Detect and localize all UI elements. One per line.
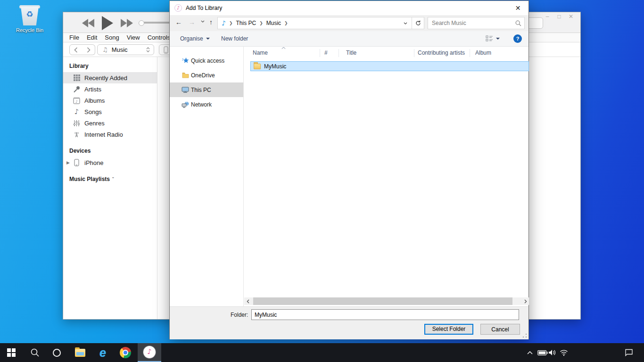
help-button[interactable]: ? <box>513 34 522 43</box>
breadcrumb[interactable]: ♪ ❯ This PC ❯ Music ❯ <box>217 17 412 29</box>
breadcrumb-separator-icon: ❯ <box>284 21 288 25</box>
internet-explorer-button[interactable]: e <box>92 343 113 362</box>
address-dropdown-chevron[interactable] <box>404 22 407 25</box>
itunes-taskbar-button[interactable]: ♪ <box>138 343 161 362</box>
sidebar-item-label: Artists <box>84 86 101 93</box>
cortana-button[interactable] <box>47 343 66 362</box>
column-header-number[interactable]: # <box>324 48 328 58</box>
scroll-right-arrow[interactable] <box>522 297 529 305</box>
column-divider <box>339 49 339 57</box>
microphone-icon <box>73 86 81 93</box>
file-row-mymusic[interactable]: MyMusic <box>250 61 529 71</box>
sidebar-item-label: Internet Radio <box>84 131 123 138</box>
desktop: ♻ Recycle Bin – □ ✕ File Edit Song View … <box>0 0 644 343</box>
nav-item-network[interactable]: Network <box>170 97 243 112</box>
sidebar-item-recently-added[interactable]: Recently Added <box>63 72 157 83</box>
media-kind-selector[interactable]: ♫ Music <box>97 44 154 55</box>
cancel-button[interactable]: Cancel <box>480 324 520 335</box>
organise-button[interactable]: Organise <box>180 31 210 46</box>
sidebar-item-songs[interactable]: ♪ Songs <box>63 106 157 117</box>
column-divider <box>470 49 470 57</box>
wifi-icon[interactable] <box>558 343 570 362</box>
menu-file[interactable]: File <box>69 34 79 41</box>
search-input[interactable] <box>428 17 524 29</box>
itunes-maximize-button[interactable]: □ <box>556 13 562 20</box>
view-mode-button[interactable] <box>486 31 500 46</box>
menu-edit[interactable]: Edit <box>87 34 97 41</box>
fast-forward-button[interactable] <box>121 19 133 27</box>
new-folder-button[interactable]: New folder <box>221 31 248 46</box>
devices-header: Devices <box>69 148 157 154</box>
sidebar-item-label: Albums <box>84 97 105 104</box>
scroll-left-arrow[interactable] <box>244 297 251 305</box>
menu-view[interactable]: View <box>127 34 140 41</box>
breadcrumb-music[interactable]: Music <box>266 20 281 26</box>
chrome-button[interactable] <box>115 343 136 362</box>
column-header-name[interactable]: Name <box>253 48 268 58</box>
breadcrumb-this-pc[interactable]: This PC <box>236 20 256 26</box>
start-button[interactable] <box>2 343 21 362</box>
sidebar-item-albums[interactable]: ♪ Albums <box>63 95 157 106</box>
nav-item-label: This PC <box>191 87 211 93</box>
breadcrumb-separator-icon: ❯ <box>259 21 263 25</box>
dialog-title: Add To Library <box>186 1 222 15</box>
disclosure-arrow-icon[interactable]: ▶ <box>66 160 70 165</box>
nav-item-label: Quick access <box>191 58 224 64</box>
recycle-symbol-icon: ♻ <box>19 9 41 19</box>
itunes-close-button[interactable]: ✕ <box>568 13 574 20</box>
menu-controls[interactable]: Controls <box>148 34 170 41</box>
folder-name-input[interactable] <box>251 309 519 320</box>
refresh-button[interactable] <box>412 17 424 29</box>
svg-text:♪: ♪ <box>75 99 77 103</box>
recent-locations-chevron[interactable] <box>201 20 205 23</box>
itunes-search-field[interactable] <box>527 17 543 29</box>
itunes-forward-button[interactable] <box>82 44 95 55</box>
selector-spinner-icon <box>146 47 150 52</box>
star-icon <box>182 57 189 64</box>
hidden-icons-chevron[interactable] <box>525 343 535 362</box>
nav-item-onedrive[interactable]: OneDrive <box>170 68 243 82</box>
itunes-back-button[interactable] <box>69 44 83 55</box>
double-note-icon: ♫ <box>102 46 108 53</box>
sidebar-item-iphone[interactable]: ▶ iPhone <box>63 157 157 168</box>
music-playlists-header[interactable]: Music Playlistsˇ <box>69 176 157 182</box>
iphone-icon <box>73 159 81 166</box>
recycle-bin[interactable]: ♻ Recycle Bin <box>12 4 47 33</box>
taskbar-search-button[interactable] <box>25 343 45 362</box>
menu-song[interactable]: Song <box>105 34 119 41</box>
volume-icon[interactable] <box>547 343 558 362</box>
nav-item-quick-access[interactable]: Quick access <box>170 53 243 68</box>
action-center-icon[interactable] <box>622 343 636 362</box>
rewind-button[interactable] <box>82 19 94 27</box>
back-button[interactable]: ← <box>175 18 182 26</box>
navigation-pane: Quick access OneDrive This PC <box>170 47 244 306</box>
library-header: Library <box>69 63 157 69</box>
scrollbar-thumb[interactable] <box>253 297 512 305</box>
media-kind-value: Music <box>112 46 128 53</box>
column-header-album[interactable]: Album <box>475 48 491 58</box>
column-header-title[interactable]: Title <box>346 48 356 58</box>
play-button[interactable] <box>102 16 113 30</box>
file-explorer-button[interactable] <box>70 343 91 362</box>
select-folder-button[interactable]: Select Folder <box>424 324 473 335</box>
horizontal-scrollbar[interactable] <box>244 297 529 305</box>
column-header-contributing-artists[interactable]: Contributing artists <box>418 48 465 58</box>
internet-explorer-icon: e <box>99 347 106 359</box>
file-list: Name # Title Contributing artists Album … <box>244 47 528 306</box>
itunes-minimize-button[interactable]: – <box>545 13 550 20</box>
folder-label: Folder: <box>231 309 248 321</box>
resize-grip[interactable] <box>522 333 527 338</box>
sidebar-item-label: Genres <box>84 120 105 127</box>
dialog-close-button[interactable]: ✕ <box>507 1 528 15</box>
sidebar-item-genres[interactable]: Genres <box>63 117 157 129</box>
sidebar-item-artists[interactable]: Artists <box>63 83 157 95</box>
address-bar: ← → ↑ ♪ ❯ This PC ❯ Music ❯ <box>170 15 528 31</box>
nav-item-this-pc[interactable]: This PC <box>170 82 243 97</box>
volume-slider[interactable] <box>140 22 173 24</box>
forward-button[interactable]: → <box>189 18 195 26</box>
onedrive-folder-icon <box>182 72 189 78</box>
up-button[interactable]: ↑ <box>209 18 213 26</box>
sidebar-item-internet-radio[interactable]: Internet Radio <box>63 129 157 140</box>
recycle-bin-icon: ♻ <box>19 4 41 26</box>
music-note-icon: ♪ <box>73 107 81 116</box>
